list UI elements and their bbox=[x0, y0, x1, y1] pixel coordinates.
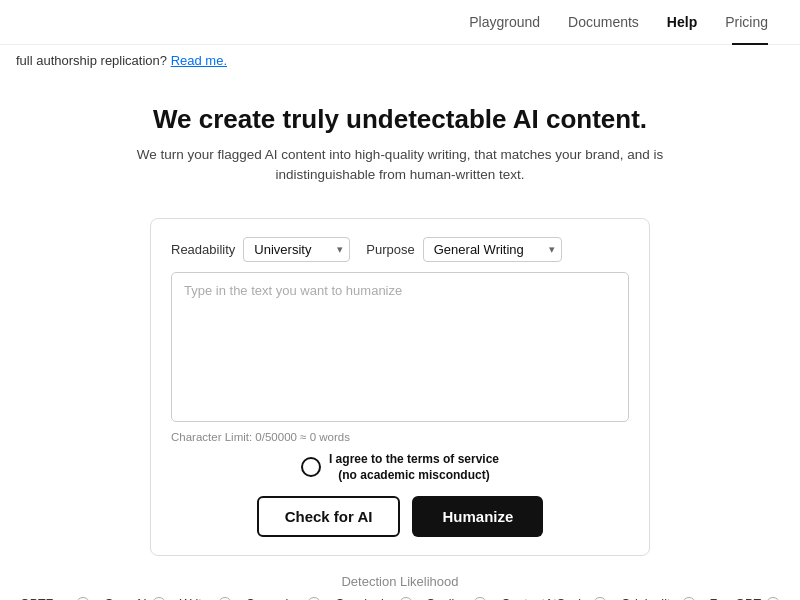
humanize-textarea[interactable] bbox=[171, 272, 629, 422]
purpose-label: Purpose bbox=[366, 242, 414, 257]
char-limit-text: Character Limit: 0/50000 ≈ 0 words bbox=[171, 431, 629, 443]
nav-help[interactable]: Help bbox=[667, 14, 697, 30]
humanize-button[interactable]: Humanize bbox=[412, 496, 543, 537]
terms-radio[interactable] bbox=[301, 457, 321, 477]
banner-link[interactable]: Read me. bbox=[171, 53, 227, 68]
purpose-select[interactable]: General Writing Essay Article Marketing … bbox=[423, 237, 562, 262]
nav-playground[interactable]: Playground bbox=[469, 14, 540, 30]
check-ai-button[interactable]: Check for AI bbox=[257, 496, 401, 537]
readability-select-wrapper: High School University Doctorate Journal… bbox=[243, 237, 350, 262]
hero-heading: We create truly undetectable AI content. bbox=[40, 104, 760, 135]
readability-label: Readability bbox=[171, 242, 235, 257]
detection-title: Detection Likelihood bbox=[0, 574, 800, 589]
purpose-group: Purpose General Writing Essay Article Ma… bbox=[366, 237, 561, 262]
terms-line1: I agree to the terms of service bbox=[329, 452, 499, 466]
nav-documents[interactable]: Documents bbox=[568, 14, 639, 30]
terms-text: I agree to the terms of service (no acad… bbox=[329, 451, 499, 485]
navbar: Playground Documents Help Pricing bbox=[0, 0, 800, 45]
hero-subtext: We turn your flagged AI content into hig… bbox=[90, 145, 710, 186]
hero-section: We create truly undetectable AI content.… bbox=[0, 76, 800, 204]
terms-row: I agree to the terms of service (no acad… bbox=[171, 451, 629, 485]
readability-group: Readability High School University Docto… bbox=[171, 237, 350, 262]
readability-select[interactable]: High School University Doctorate Journal… bbox=[243, 237, 350, 262]
detection-section: Detection Likelihood GPTZeroOpenAIWriter… bbox=[0, 574, 800, 600]
main-card: Readability High School University Docto… bbox=[150, 218, 650, 557]
banner-text: full authorship replication? bbox=[16, 53, 167, 68]
controls-row: Readability High School University Docto… bbox=[171, 237, 629, 262]
action-buttons: Check for AI Humanize bbox=[171, 496, 629, 537]
purpose-select-wrapper: General Writing Essay Article Marketing … bbox=[423, 237, 562, 262]
terms-line2: (no academic misconduct) bbox=[338, 468, 489, 482]
nav-active-indicator bbox=[732, 43, 768, 45]
nav-pricing[interactable]: Pricing bbox=[725, 14, 768, 30]
top-banner: full authorship replication? Read me. bbox=[0, 45, 800, 76]
